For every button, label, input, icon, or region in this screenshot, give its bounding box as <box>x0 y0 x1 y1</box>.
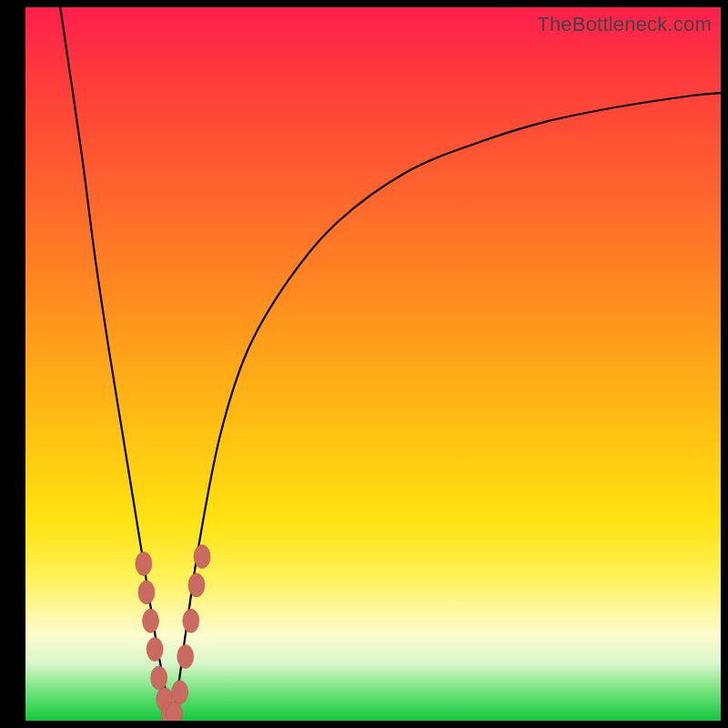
bead-marker <box>143 609 159 632</box>
plot-area: TheBottleneck.com <box>25 7 721 721</box>
bead-marker <box>188 573 205 597</box>
bead-marker <box>177 644 194 668</box>
bead-marker <box>138 581 155 604</box>
curve-right-branch <box>171 93 721 721</box>
bead-marker <box>136 552 152 576</box>
bead-marker <box>183 609 199 632</box>
bead-marker <box>147 638 163 662</box>
curve-layer <box>25 7 721 721</box>
bead-marker <box>172 681 188 704</box>
chart-frame: TheBottleneck.com <box>0 0 728 728</box>
bead-marker <box>151 666 167 690</box>
bead-cluster <box>136 545 210 721</box>
bead-marker <box>194 545 210 569</box>
